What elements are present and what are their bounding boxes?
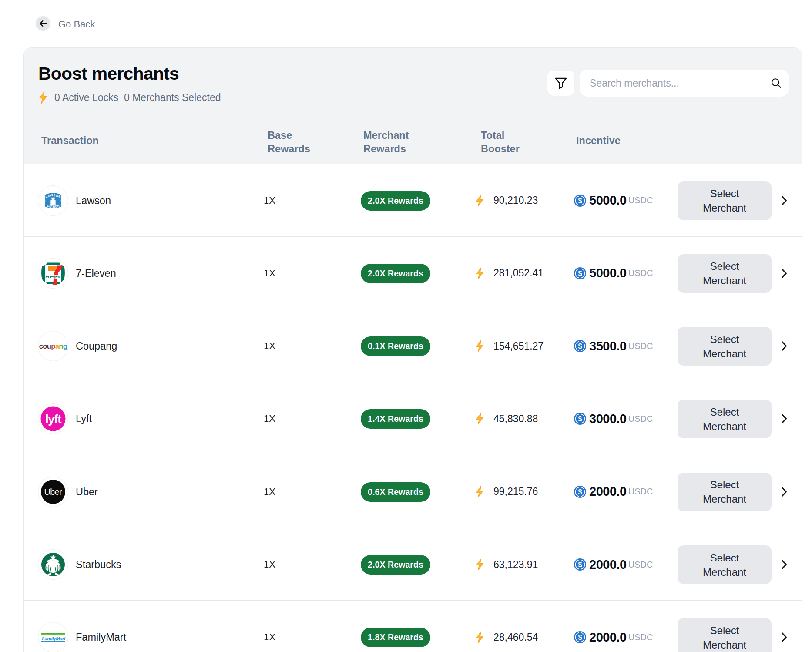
svg-text:$: $ [578,415,582,423]
svg-text:coupang: coupang [39,342,67,350]
svg-text:$: $ [578,488,582,496]
svg-text:ELEVEN: ELEVEN [45,274,60,279]
svg-text:FamilyMart: FamilyMart [42,636,66,641]
svg-text:$: $ [578,633,582,641]
svg-text:$: $ [578,269,582,277]
svg-text:lyft: lyft [45,412,61,426]
svg-text:Uber: Uber [44,487,62,497]
svg-text:$: $ [578,342,582,350]
svg-text:$: $ [578,197,582,205]
svg-text:$: $ [578,561,582,568]
